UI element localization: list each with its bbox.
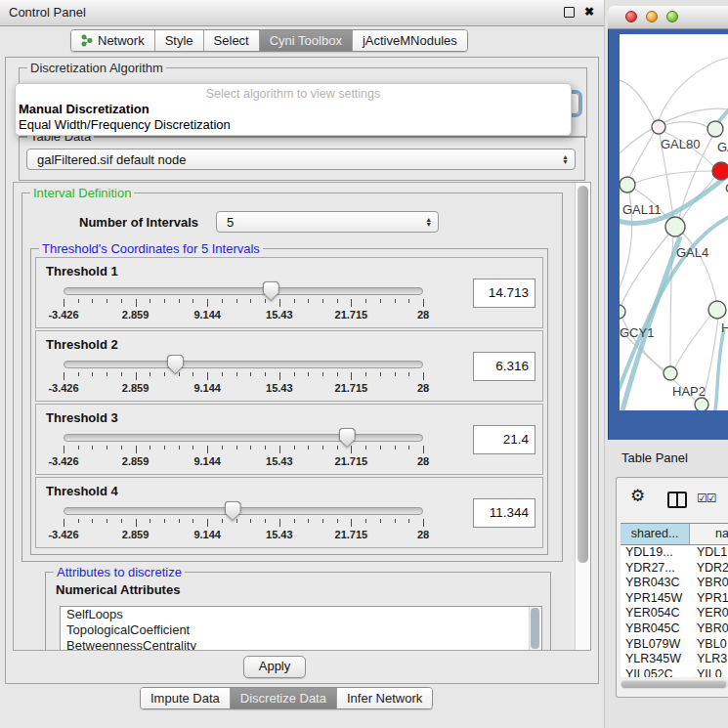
columns-icon[interactable] xyxy=(667,492,687,508)
threshold-coordinates-label: Threshold's Coordinates for 5 Intervals xyxy=(39,241,263,256)
tab-impute-data[interactable]: Impute Data xyxy=(141,688,231,708)
slider-track[interactable] xyxy=(64,361,423,368)
network-edge[interactable] xyxy=(665,122,707,127)
list-scrollbar-thumb[interactable] xyxy=(531,608,539,649)
apply-button[interactable]: Apply xyxy=(243,656,306,678)
node-label-gal11: GAL11 xyxy=(622,202,662,217)
number-of-intervals-combobox[interactable]: 5 ▲▼ xyxy=(216,211,439,233)
tab-network[interactable]: Network xyxy=(71,30,155,51)
column-header-shared-name[interactable]: shared... xyxy=(621,524,690,544)
column-header-name[interactable]: na xyxy=(690,524,728,544)
threshold-panels: Threshold 1-3.4262.8599.14415.4321.71528… xyxy=(35,257,543,550)
network-window-titlebar xyxy=(608,6,728,29)
network-view-window: GAL80GACGAL11GAL4GCY1HHAP2 xyxy=(608,6,728,440)
tab-discretize-data[interactable]: Discretize Data xyxy=(231,688,337,708)
table-row[interactable]: YER054CYER0 xyxy=(621,606,728,621)
gear-icon[interactable]: ⚙ xyxy=(630,488,645,504)
cell-shared-name: YBR045C xyxy=(621,621,693,637)
table-row[interactable]: YBL079WYBL0 xyxy=(621,637,728,653)
slider-thumb[interactable] xyxy=(263,281,279,301)
threshold-4-label: Threshold 4 xyxy=(46,484,118,498)
close-traffic-light-icon[interactable] xyxy=(625,11,637,22)
settings-vertical-scrollbar[interactable] xyxy=(575,183,590,650)
threshold-4-value-field[interactable]: 11.344 xyxy=(473,498,535,528)
slider-track[interactable] xyxy=(64,434,423,442)
node-gal11[interactable] xyxy=(620,177,635,193)
table-row[interactable]: YPR145WYPR1 xyxy=(621,591,728,607)
attribute-item-betweennesscentrality[interactable]: BetweennessCentrality xyxy=(61,638,541,651)
tab-infer-network[interactable]: Infer Network xyxy=(337,688,432,708)
network-graph: GAL80GACGAL11GAL4GCY1HHAP2 xyxy=(620,34,728,410)
tab-cyni-toolbox[interactable]: Cyni Toolbox xyxy=(260,30,353,51)
slider-track[interactable] xyxy=(64,287,423,295)
node-node-red[interactable] xyxy=(712,162,728,180)
network-edge-thick[interactable] xyxy=(715,329,724,410)
cell-name: YBL0 xyxy=(693,637,728,653)
number-of-intervals-value: 5 xyxy=(227,215,234,230)
slider-thumb[interactable] xyxy=(167,355,184,374)
attribute-item-selfloops[interactable]: SelfLoops xyxy=(61,607,541,622)
table-data-combobox[interactable]: galFiltered.sif default node ▲▼ xyxy=(26,149,576,170)
node-gal80[interactable] xyxy=(652,120,665,134)
table-row[interactable]: YBR045CYBR0 xyxy=(621,621,728,637)
node-gal4[interactable] xyxy=(665,217,685,236)
table-row[interactable]: YBR043CYBR0 xyxy=(621,576,728,591)
tab-style[interactable]: Style xyxy=(155,30,204,51)
cell-shared-name: YER054C xyxy=(621,606,693,621)
slider-track[interactable] xyxy=(64,507,423,515)
threshold-2-value-field[interactable]: 6.316 xyxy=(473,352,535,381)
slider-thumb[interactable] xyxy=(339,428,356,448)
settings-scrollbar-thumb[interactable] xyxy=(578,186,588,563)
cell-shared-name: YBL079W xyxy=(621,637,693,653)
table-horizontal-scrollbar[interactable] xyxy=(621,680,728,689)
network-edge[interactable] xyxy=(659,58,728,120)
threshold-3-label: Threshold 3 xyxy=(46,410,118,425)
table-row[interactable]: YLR345WYLR3 xyxy=(621,652,728,667)
number-of-intervals-label: Number of Intervals xyxy=(79,215,198,230)
tab-infer-network-label: Infer Network xyxy=(347,688,422,708)
threshold-2-slider[interactable]: -3.4262.8599.14415.4321.71528 xyxy=(64,361,423,394)
table-row[interactable]: YDR27...YDR2 xyxy=(621,561,728,577)
threshold-1-value-field[interactable]: 14.713 xyxy=(473,278,535,308)
network-icon xyxy=(81,34,93,47)
float-window-icon[interactable] xyxy=(564,7,575,18)
attribute-item-topologicalcoefficient[interactable]: TopologicalCoefficient xyxy=(61,622,541,638)
slider-thumb[interactable] xyxy=(225,501,241,521)
network-edge[interactable] xyxy=(683,234,716,301)
tab-jactivemnodules[interactable]: jActiveMNodules xyxy=(353,30,467,51)
network-canvas[interactable]: GAL80GACGAL11GAL4GCY1HHAP2 xyxy=(620,34,728,410)
network-edge[interactable] xyxy=(635,171,712,183)
table-panel: ⚙ ☑☑ shared... na YDL19...YDL1YDR27...YD… xyxy=(616,477,728,698)
cell-name: YBR0 xyxy=(693,621,728,637)
minimize-traffic-light-icon[interactable] xyxy=(646,11,658,22)
list-scrollbar[interactable] xyxy=(529,607,541,650)
table-row[interactable]: YIL052CYIL0 xyxy=(621,667,728,677)
close-icon[interactable]: ✖ xyxy=(584,6,594,18)
table-data-value: galFiltered.sif default node xyxy=(37,152,186,167)
control-panel-window: Control Panel ✖ NetworkStyleSelectCyni T… xyxy=(0,0,605,728)
node-node-h[interactable] xyxy=(708,301,726,319)
network-edge[interactable] xyxy=(620,79,655,121)
numerical-attributes-list[interactable]: SelfLoopsTopologicalCoefficientBetweenne… xyxy=(60,606,542,651)
node-node-bottom[interactable] xyxy=(695,398,708,410)
threshold-3-value-field[interactable]: 21.4 xyxy=(473,425,535,454)
node-node-top-right[interactable] xyxy=(707,121,723,137)
attributes-to-discretize-group: Attributes to discretize Numerical Attri… xyxy=(45,572,551,651)
algorithm-option-equal-width[interactable]: Equal Width/Frequency Discretization xyxy=(19,117,231,132)
zoom-traffic-light-icon[interactable] xyxy=(666,11,678,22)
node-hap2[interactable] xyxy=(664,366,677,380)
checkboxes-icon[interactable]: ☑☑ xyxy=(697,492,716,505)
network-edge[interactable] xyxy=(629,133,654,178)
table-row[interactable]: YDL19...YDL1 xyxy=(621,545,728,561)
table-hscrollbar-thumb[interactable] xyxy=(621,681,726,688)
algorithm-option-manual[interactable]: Manual Discretization xyxy=(19,102,150,116)
node-gcy1[interactable] xyxy=(620,305,625,319)
network-edge[interactable] xyxy=(675,316,710,367)
threshold-3-slider[interactable]: -3.4262.8599.14415.4321.71528 xyxy=(64,434,423,467)
cell-name: YER0 xyxy=(693,606,728,621)
threshold-4-slider[interactable]: -3.4262.8599.14415.4321.71528 xyxy=(64,507,423,540)
bottom-tab-bar: Impute DataDiscretize DataInfer Network xyxy=(140,687,433,709)
threshold-1-slider[interactable]: -3.4262.8599.14415.4321.71528 xyxy=(64,287,423,321)
chevron-updown-icon: ▲▼ xyxy=(419,217,432,228)
tab-select[interactable]: Select xyxy=(204,30,260,51)
